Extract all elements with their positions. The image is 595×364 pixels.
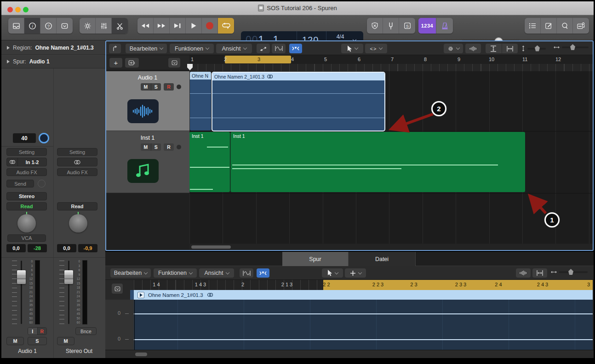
automation-button[interactable] [257, 44, 270, 53]
strip2-peak-value[interactable]: -0,9 [78, 244, 97, 252]
tab-datei[interactable]: Datei [348, 252, 416, 266]
midi-region-large[interactable]: Inst 1 [230, 132, 525, 192]
catch-playhead-button[interactable] [289, 44, 302, 53]
strip1-peak-value[interactable]: -28 [28, 244, 47, 252]
mixer-button[interactable] [96, 18, 112, 34]
tab-spur[interactable]: Spur [282, 252, 348, 266]
autopunch-button[interactable] [367, 18, 383, 34]
play-button[interactable] [186, 18, 202, 34]
editor-edit-menu[interactable]: Bearbeiten [110, 268, 151, 278]
library-button[interactable] [8, 18, 24, 34]
left-click-tool-menu[interactable] [341, 44, 363, 53]
rewind-button[interactable] [137, 18, 154, 34]
tuner-button[interactable] [383, 18, 399, 34]
audio-track-icon[interactable] [127, 99, 159, 123]
tracks-functions-menu[interactable]: Funktionen [170, 44, 214, 53]
strip1-solo-button[interactable]: S [28, 337, 47, 345]
toolbar-toggle-button[interactable] [57, 18, 73, 34]
editor-playhead[interactable] [134, 300, 135, 350]
horizontal-zoom-control[interactable] [554, 46, 589, 49]
strip2-volume-value[interactable]: 0,0 [57, 244, 76, 252]
editor-hscrollbar[interactable] [105, 350, 594, 358]
strip1-setting-button[interactable]: Setting [6, 148, 47, 156]
editor-wave-area[interactable] [134, 300, 593, 350]
region-disclosure[interactable]: Region: Ohne Namen 2_1#01.3 [1, 41, 105, 55]
input-monitor-dot[interactable] [177, 145, 181, 149]
tracks-edit-menu[interactable]: Bearbeiten [126, 44, 167, 53]
midi-region-small[interactable]: Inst 1 [189, 132, 230, 192]
cycle-button[interactable] [218, 18, 234, 34]
record-button[interactable] [202, 18, 218, 34]
strip1-output-button[interactable]: Stereo [6, 192, 47, 200]
track-settings-menu[interactable] [444, 44, 463, 53]
strip2-pan-knob[interactable] [69, 214, 87, 233]
editor-horizontal-zoom-control[interactable] [551, 270, 588, 274]
editor-crosshair-tool-menu[interactable] [345, 268, 366, 278]
fit-horizontal-button[interactable] [502, 44, 518, 53]
solo-button[interactable]: S [151, 143, 161, 151]
apple-loops-button[interactable] [557, 18, 573, 34]
strip1-mute-button[interactable]: M [6, 337, 24, 345]
midi-track-icon[interactable] [127, 159, 159, 183]
strip1-group-button[interactable]: VCA [7, 234, 46, 242]
media-browser-button[interactable] [573, 18, 589, 34]
list-editors-button[interactable] [525, 18, 541, 34]
strip2-bounce-button[interactable]: Bnce [75, 327, 97, 335]
tracks-view-menu[interactable]: Ansicht [216, 44, 252, 53]
fit-vertical-button[interactable] [486, 44, 502, 53]
inspector-button[interactable]: i [24, 18, 40, 34]
editor-hscroll-thumb[interactable] [135, 353, 147, 356]
ruler-ticks[interactable] [189, 64, 593, 71]
quick-help-button[interactable]: ? [40, 18, 57, 34]
solo-mode-button[interactable]: S [399, 18, 415, 34]
nav-back-button[interactable] [109, 44, 121, 53]
solo-button[interactable]: S [151, 83, 161, 91]
input-monitor-dot[interactable] [177, 85, 181, 89]
record-enable-button[interactable]: R [164, 83, 174, 91]
metronome-button[interactable] [436, 18, 453, 34]
mute-button[interactable]: M [141, 143, 151, 151]
strip1-pan-knob[interactable] [17, 214, 36, 233]
editor-pointer-tool-menu[interactable] [322, 268, 343, 278]
notes-button[interactable] [541, 18, 557, 34]
minimize-window-button[interactable] [15, 7, 21, 12]
track-header-inst1[interactable]: Inst 1 M S R [106, 131, 189, 193]
send-knob[interactable] [38, 180, 46, 188]
tracks-hscrollbar[interactable] [189, 244, 593, 250]
forward-button[interactable] [154, 18, 170, 34]
io-knob[interactable] [39, 133, 49, 143]
track-name[interactable]: Audio 1 [122, 74, 173, 81]
mute-button[interactable]: M [141, 83, 151, 91]
strip1-send-button[interactable]: Send [6, 180, 34, 188]
editor-region-header[interactable]: Ohne Namen 2_1#01.3 [134, 290, 593, 300]
zoom-window-button[interactable] [23, 7, 29, 12]
record-enable-button[interactable]: R [164, 143, 174, 151]
strip2-format-button[interactable] [57, 158, 97, 166]
close-window-button[interactable] [7, 7, 13, 12]
strip2-mute-button[interactable]: M [57, 337, 74, 345]
waveform-zoom-button[interactable] [465, 44, 481, 53]
tracks-hscroll-thumb[interactable] [191, 245, 231, 249]
strip1-automation-button[interactable]: Read [6, 202, 47, 210]
strip2-audiofx-button[interactable]: Audio FX [57, 168, 97, 176]
track-header-audio1[interactable]: Audio 1 M S R [106, 71, 189, 131]
strip1-volume-value[interactable]: 0,0 [6, 244, 26, 252]
editor-catch-button[interactable] [257, 268, 269, 278]
cmd-click-tool-menu[interactable]: <> [365, 44, 387, 53]
strip1-record-enable-button[interactable]: R [38, 328, 47, 335]
region-play-button[interactable] [137, 292, 144, 298]
strip1-input-monitor-button[interactable]: I [28, 328, 38, 335]
editor-fit-horizontal-button[interactable] [532, 268, 547, 278]
editor-flex-button[interactable] [240, 268, 253, 278]
track-name[interactable]: Inst 1 [122, 135, 173, 141]
editors-button[interactable] [112, 18, 128, 34]
smart-controls-button[interactable] [80, 18, 96, 34]
audio-region-selected[interactable]: Ohne Namen 2_1#01.3 [212, 72, 385, 131]
editor-config-button[interactable] [112, 284, 123, 294]
strip1-input-button[interactable]: In 1-2 [6, 158, 47, 166]
audio-region-clipped[interactable]: Ohne N [190, 72, 211, 131]
count-in-button[interactable]: 1234 [418, 18, 436, 34]
editor-view-menu[interactable]: Ansicht [199, 268, 234, 278]
vertical-zoom-control[interactable] [521, 46, 546, 51]
strip2-setting-button[interactable]: Setting [57, 148, 97, 156]
